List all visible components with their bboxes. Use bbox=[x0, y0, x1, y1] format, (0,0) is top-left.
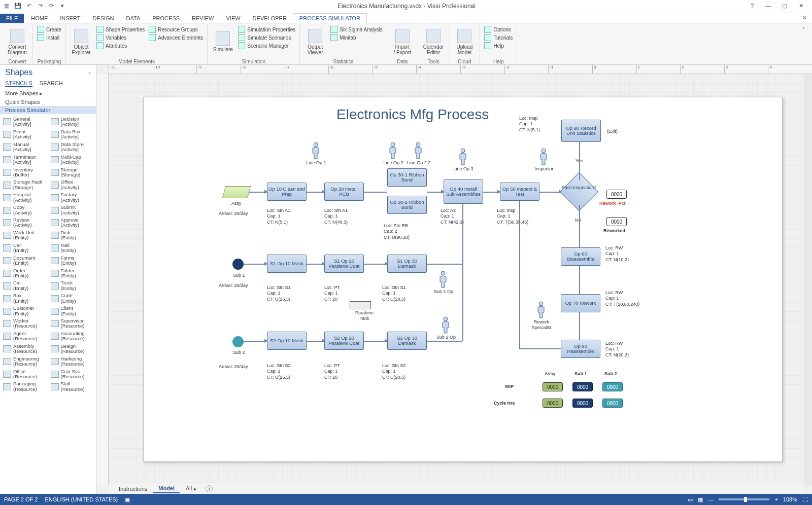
op30-1-box[interactable]: Op 30-1 Ribbon Bond bbox=[387, 168, 427, 187]
btn-simulate-scenarios[interactable]: Simulate Scenarios bbox=[237, 33, 296, 42]
operator-line22[interactable] bbox=[413, 142, 424, 159]
operator-rework[interactable] bbox=[535, 301, 547, 318]
shape-forms-entity-[interactable]: Forms(Entity) bbox=[51, 255, 93, 267]
save-icon[interactable]: 💾 bbox=[13, 2, 22, 11]
s2op20-box[interactable]: S2 Op 20 Paralene Coat bbox=[324, 332, 364, 350]
shape-accounting-resource-[interactable]: Accounting(Resource) bbox=[51, 331, 93, 342]
tab-home[interactable]: HOME bbox=[25, 14, 54, 23]
shape-work-unit-entity-[interactable]: Work Unit(Entity) bbox=[3, 230, 46, 241]
tab-insert[interactable]: INSERT bbox=[54, 14, 86, 23]
quick-shapes[interactable]: Quick Shapes bbox=[0, 98, 96, 106]
btn-help[interactable]: Help bbox=[483, 42, 514, 50]
shape-factory-activity-[interactable]: Factory(Activity) bbox=[51, 192, 93, 203]
shape-office-resource-[interactable]: Office(Resource) bbox=[3, 369, 46, 380]
operator-line2[interactable] bbox=[387, 142, 398, 159]
s1op10-box[interactable]: S1 Op 10 Mask bbox=[267, 255, 307, 273]
btn-advanced-elements[interactable]: Advanced Elements bbox=[148, 33, 204, 42]
btn-minitab[interactable]: Minitab bbox=[329, 33, 383, 42]
shape-car-entity-[interactable]: Car(Entity) bbox=[3, 280, 46, 292]
fit-window-icon[interactable]: ⛶ bbox=[802, 496, 808, 502]
shape-hospital-activity-[interactable]: Hospital(Activity) bbox=[3, 192, 46, 203]
shape-approve-activity-[interactable]: Approve(Activity) bbox=[51, 217, 93, 229]
operator-line3[interactable] bbox=[457, 148, 468, 165]
btn-output-viewer[interactable]: OutputViewer bbox=[303, 25, 327, 58]
tab-view[interactable]: VIEW bbox=[220, 14, 246, 23]
drawing-canvas[interactable]: Electronics Mfg Process Assy Arrival: 20… bbox=[109, 74, 804, 485]
customize-icon[interactable]: ▾ bbox=[58, 2, 67, 11]
shape-data-box-activity-[interactable]: Data Box[Activity] bbox=[51, 129, 93, 140]
help-icon[interactable]: ? bbox=[746, 3, 758, 9]
shape-agent-resource-[interactable]: Agent(Resource) bbox=[3, 331, 46, 342]
tab-close-icon[interactable]: ✕ bbox=[797, 13, 812, 23]
operator-sub1op[interactable] bbox=[437, 271, 449, 288]
view-normal-icon[interactable]: ▦ bbox=[698, 496, 703, 503]
operator-line1[interactable] bbox=[310, 142, 321, 159]
s2op10-box[interactable]: S2 Op 10 Mask bbox=[267, 332, 307, 350]
shape-box-entity-[interactable]: Box(Entity) bbox=[3, 293, 46, 304]
shape-copy-activity-[interactable]: Copy(Activity) bbox=[3, 204, 46, 216]
btn-object-explorer[interactable]: ObjectExplorer bbox=[69, 25, 93, 58]
btn-options[interactable]: Options bbox=[483, 25, 514, 33]
add-sheet-icon[interactable]: + bbox=[206, 485, 213, 492]
op60-box[interactable]: Op 60 Disassemble bbox=[561, 247, 600, 266]
shape-review-activity-[interactable]: Review(Activity) bbox=[3, 217, 46, 229]
op90-box[interactable]: Op 90 Record Unit Statistics bbox=[561, 120, 601, 142]
shape-document-entity-[interactable]: Document(Entity) bbox=[3, 255, 46, 267]
btn-variables[interactable]: Variables bbox=[95, 33, 146, 42]
close-icon[interactable]: ✕ bbox=[795, 3, 807, 9]
shape-storage-rack-storage-[interactable]: Storage Rack[Storage] bbox=[3, 179, 46, 191]
shape-packaging-resource-[interactable]: Packaging(Resource) bbox=[3, 381, 46, 392]
sheet-model[interactable]: Model bbox=[153, 484, 180, 493]
stencils-tab[interactable]: STENCILS bbox=[5, 80, 32, 87]
shape-design-resource-[interactable]: Design(Resource) bbox=[51, 343, 93, 355]
shape-manual-activity-[interactable]: Manual[Activity] bbox=[3, 141, 46, 153]
sheet-instructions[interactable]: Instructions bbox=[114, 485, 152, 493]
btn-simulate[interactable]: Simulate bbox=[211, 25, 235, 58]
shape-engineering-resource-[interactable]: Engineering(Resource) bbox=[3, 356, 46, 368]
scrollbar-vertical[interactable] bbox=[804, 74, 812, 485]
shape-office-activity-[interactable]: Office(Activity) bbox=[51, 179, 93, 191]
btn-simulation-properties[interactable]: Simulation Properties bbox=[237, 25, 296, 33]
btn-upload-model[interactable]: UploadModel bbox=[452, 25, 477, 58]
op70-box[interactable]: Op 70 Rework bbox=[561, 294, 600, 312]
paralene-tank-shape[interactable] bbox=[350, 301, 371, 309]
shape-staff-resource-[interactable]: Staff(Resource) bbox=[51, 381, 93, 392]
btn-import-export[interactable]: Import/ Export bbox=[390, 25, 415, 58]
btn-six-sigma-analysis[interactable]: Six Sigma Analysis bbox=[329, 25, 383, 33]
shape-assembly-resource-[interactable]: Assembly(Resource) bbox=[3, 343, 46, 355]
refresh-icon[interactable]: ⟳ bbox=[47, 2, 56, 11]
sub1-shape[interactable] bbox=[232, 259, 244, 270]
shape-inventory-buffer-[interactable]: Inventory(Buffer) bbox=[3, 167, 46, 178]
shape-decision-activity-[interactable]: Decision[Activity] bbox=[51, 116, 93, 128]
s1op30-box[interactable]: S1 Op 30 Demask bbox=[387, 255, 427, 273]
shape-multi-cap-activity-[interactable]: Multi-Cap[Activity] bbox=[51, 154, 93, 166]
zoom-level[interactable]: 108% bbox=[783, 496, 797, 502]
op40-box[interactable]: Op 40 Install Sub Assemblies bbox=[444, 179, 483, 204]
btn-install[interactable]: Install bbox=[36, 33, 62, 42]
op30-2-box[interactable]: Op 30-2 Ribbon Bond bbox=[387, 196, 427, 214]
shape-terminator-activity-[interactable]: Terminator[Activity] bbox=[3, 154, 46, 166]
shape-marketing-resource-[interactable]: Marketing(Resource) bbox=[51, 356, 93, 368]
btn-tutorials[interactable]: Tutorials bbox=[483, 33, 514, 42]
btn-calendar-editor[interactable]: CalendarEditor bbox=[421, 25, 446, 58]
shape-call-entity-[interactable]: Call(Entity) bbox=[3, 242, 46, 254]
tab-process[interactable]: PROCESS bbox=[146, 14, 186, 23]
search-tab[interactable]: SEARCH bbox=[40, 80, 63, 87]
tab-developer[interactable]: DEVELOPER bbox=[247, 14, 293, 23]
shape-customer-entity-[interactable]: Customer(Entity) bbox=[3, 305, 46, 317]
sub2-shape[interactable] bbox=[232, 336, 244, 347]
op10-box[interactable]: Op 10 Clean and Prep bbox=[267, 183, 307, 201]
op80-box[interactable]: Op 80 Reassemble bbox=[561, 340, 600, 358]
btn-attributes[interactable]: Attributes bbox=[95, 42, 146, 50]
shape-crate-entity-[interactable]: Crate(Entity) bbox=[51, 293, 93, 304]
collapse-ribbon-icon[interactable]: ⌃ bbox=[797, 24, 810, 64]
btn-convert-diagram[interactable]: ConvertDiagram bbox=[5, 25, 29, 58]
sheet-all[interactable]: All ▴ bbox=[181, 484, 201, 493]
tab-review[interactable]: REVIEW bbox=[186, 14, 220, 23]
view-presentation-icon[interactable]: ▭ bbox=[688, 496, 693, 503]
tab-design[interactable]: DESIGN bbox=[86, 14, 120, 23]
minimize-icon[interactable]: — bbox=[762, 3, 774, 9]
shape-folder-entity-[interactable]: Folder(Entity) bbox=[51, 268, 93, 279]
s2op30-box[interactable]: S2 Op 30 Demask bbox=[387, 332, 427, 350]
shape-event-activity-[interactable]: Event[Activity] bbox=[3, 129, 46, 140]
